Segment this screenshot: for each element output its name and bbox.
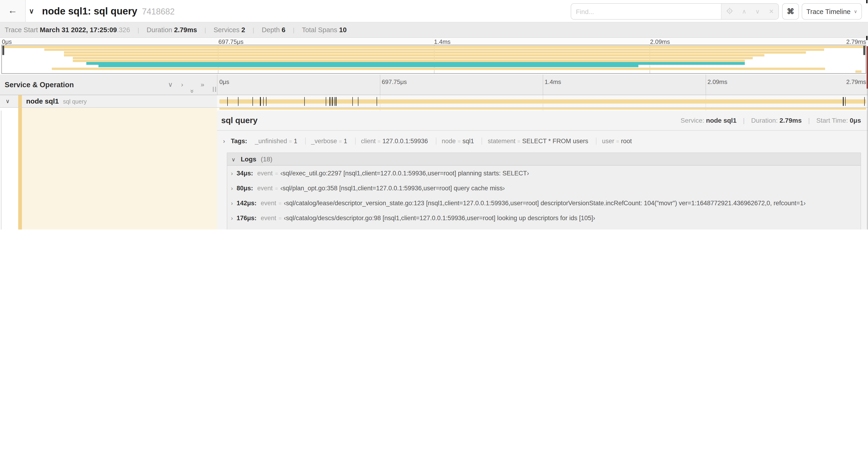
total-spans-label: Total Spans (302, 26, 337, 34)
log-event-value: ‹sql/plan_opt.go:358 [nsql1,client=127.0… (280, 185, 505, 192)
start-time-value: 0μs (850, 117, 861, 124)
log-event-key: event (261, 200, 276, 207)
tag-item: _verbose=1 (305, 138, 353, 144)
back-button[interactable]: ← (0, 0, 26, 22)
equals-sign: = (458, 138, 461, 144)
tag-item: node=sql1 (436, 138, 480, 144)
equals-sign: = (517, 138, 520, 144)
log-row[interactable]: ›80μs:event=‹sql/plan_opt.go:358 [nsql1,… (227, 181, 861, 195)
logs-count: (18) (261, 155, 273, 163)
scroll-indicator[interactable] (866, 46, 868, 89)
ruler-tick-2: 1.4ms (545, 78, 561, 85)
back-arrow-icon: ← (8, 5, 17, 15)
log-event-value: ‹sql/exec_util.go:2297 [nsql1,client=127… (280, 170, 529, 177)
trace-id: 7418682 (142, 7, 175, 16)
span-row-name-cell[interactable]: ∨ node sql1sql query (0, 95, 217, 107)
find-input[interactable] (571, 4, 726, 19)
equals-sign: = (339, 138, 342, 144)
tag-item: _unfinished=1 (249, 138, 303, 144)
tag-value: 1 (294, 138, 297, 144)
scope-icon[interactable] (726, 7, 733, 15)
span-detail-region: sql query Service: node sql1 | Duration:… (0, 110, 868, 230)
span-duration-bar[interactable] (219, 99, 866, 104)
command-icon: ⌘ (787, 7, 794, 16)
depth-label: Depth (262, 26, 280, 34)
minimap-tick-2: 1.4ms (434, 38, 451, 45)
ruler-tick-1: 697.75μs (382, 78, 407, 85)
tag-key: node (442, 138, 456, 144)
find-box: ∧ ∨ ✕ (571, 3, 779, 20)
keyboard-shortcuts-button[interactable]: ⌘ (782, 3, 799, 20)
tag-key: _unfinished (255, 138, 287, 144)
chevron-right-icon[interactable]: › (231, 170, 233, 177)
chevron-right-icon[interactable]: › (231, 185, 233, 192)
tag-key: client (361, 138, 376, 144)
viewport-left-handle[interactable] (2, 46, 4, 55)
trace-title-chevron-icon[interactable]: ∨ (29, 0, 34, 22)
span-meta: Service: node sql1 | Duration: 2.79ms | … (681, 110, 861, 130)
log-row[interactable]: ›34μs:event=‹sql/exec_util.go:2297 [nsql… (227, 166, 861, 181)
column-resizer-grip[interactable] (213, 87, 217, 92)
find-controls: ∧ ∨ ✕ (721, 4, 778, 19)
log-event-value: ‹sql/catalog/descs/descriptor.go:98 [nsq… (284, 215, 595, 222)
equals-sign: = (275, 186, 278, 191)
log-tick-mark (334, 97, 335, 106)
span-detail-header: sql query Service: node sql1 | Duration:… (217, 110, 868, 131)
viewport-right-handle[interactable] (863, 46, 865, 55)
page-header: ← ∨ node sql1: sql query7418682 ∧ ∨ ✕ ⌘ … (0, 0, 868, 22)
collapse-all-icon[interactable]: » (182, 89, 202, 93)
tags-row[interactable]: › Tags: _unfinished=1 _verbose=1 client=… (223, 130, 861, 153)
minimap-span (856, 70, 862, 73)
minimap-tick-4: 2.79ms (846, 38, 866, 45)
total-spans-value: 10 (339, 26, 346, 34)
logs-header[interactable]: ∨ Logs (18) (227, 153, 861, 166)
logs-rows: ›34μs:event=‹sql/exec_util.go:2297 [nsql… (227, 166, 861, 230)
minimap-canvas[interactable] (1, 45, 866, 74)
tag-item: statement=SELECT * FROM users (482, 138, 594, 144)
service-color-stripe (18, 95, 22, 107)
row-collapse-chevron-icon[interactable]: ∨ (6, 95, 10, 107)
chevron-down-icon[interactable]: ∨ (231, 157, 236, 162)
tag-item: client=127.0.0.1:59936 (355, 138, 434, 144)
tag-value: sql1 (462, 138, 474, 144)
find-clear-icon[interactable]: ✕ (769, 8, 774, 15)
duration-value: 2.79ms (174, 26, 197, 34)
minimap-tick-3: 2.09ms (650, 38, 670, 45)
view-selector-button[interactable]: Trace Timeline ∨ (802, 3, 862, 20)
log-tick-mark (336, 97, 336, 106)
indent-guide-line (1, 110, 1, 230)
span-row-node-sql1[interactable]: ∨ node sql1sql query (0, 95, 868, 108)
tag-key: _verbose (311, 138, 337, 144)
duration-label: Duration (147, 26, 172, 34)
page-title: node sql1: sql query7418682 (42, 0, 175, 23)
minimap-span (73, 60, 745, 62)
minimap-span (99, 65, 639, 67)
find-next-icon[interactable]: ∨ (755, 8, 760, 15)
log-event-key: event (261, 215, 276, 222)
equals-sign: = (275, 171, 278, 176)
tag-value: root (621, 138, 632, 144)
chevron-right-icon[interactable]: › (231, 215, 233, 222)
tag-value: 1 (344, 138, 347, 144)
service-value: node sql1 (706, 117, 737, 124)
collapse-one-icon[interactable]: ∨ (168, 75, 173, 95)
equals-sign: = (289, 138, 292, 144)
find-prev-icon[interactable]: ∧ (742, 8, 746, 15)
log-tick-mark (260, 97, 260, 106)
tag-value: 127.0.0.1:59936 (382, 138, 428, 144)
log-tick-mark (330, 97, 330, 106)
expand-all-icon[interactable]: » (201, 75, 205, 95)
services-label: Services (214, 26, 239, 34)
log-timestamp: 176μs: (237, 215, 257, 222)
log-row[interactable]: ›176μs:event=‹sql/catalog/descs/descript… (227, 210, 861, 225)
chevron-right-icon[interactable]: › (223, 138, 225, 144)
log-tick-mark (304, 97, 305, 106)
chevron-right-icon[interactable]: › (231, 200, 233, 207)
log-row[interactable]: ›142μs:event=‹sql/catalog/lease/descript… (227, 195, 861, 210)
log-tick-mark (843, 97, 843, 106)
minimap-span (44, 48, 824, 51)
log-tick-mark (227, 97, 228, 106)
span-row-timeline-cell[interactable] (217, 95, 868, 107)
log-row[interactable]: ›189μs:event=‹sql/catalog/lease/descript… (227, 225, 861, 230)
log-tick-mark (352, 97, 353, 106)
